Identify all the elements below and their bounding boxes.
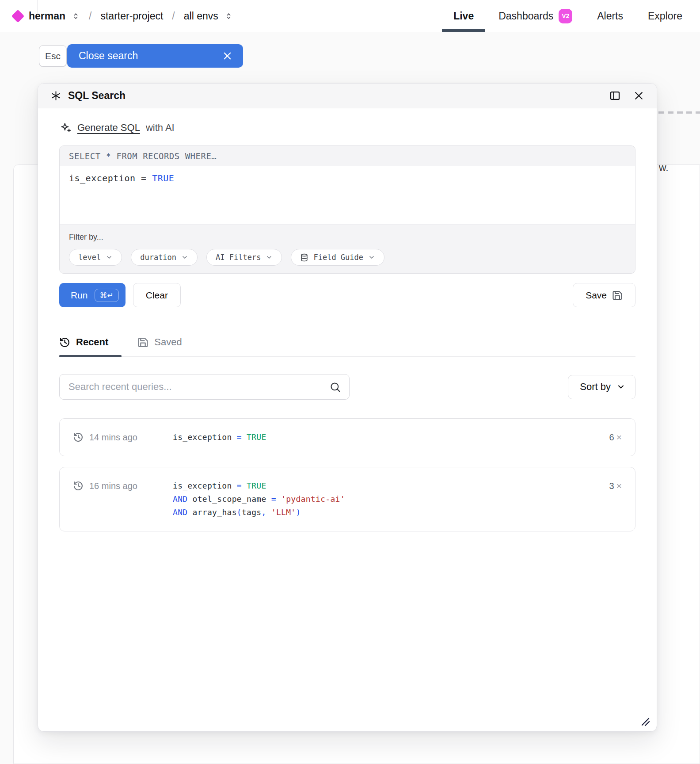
sql-token: ( xyxy=(237,508,242,517)
nav-tab-label: Live xyxy=(453,10,474,22)
filter-chip-row: leveldurationAI FiltersField Guide xyxy=(69,249,626,266)
close-icon xyxy=(222,51,232,61)
sql-token: TRUE xyxy=(247,432,266,442)
modal-close-button[interactable] xyxy=(633,90,644,101)
times-symbol: × xyxy=(616,432,622,443)
org-selector[interactable]: herman xyxy=(29,10,65,22)
sort-by-button[interactable]: Sort by xyxy=(568,375,635,399)
filter-chip-label: level xyxy=(78,253,101,262)
search-recent-queries-input[interactable] xyxy=(59,374,350,400)
filter-chip-label: Field Guide xyxy=(313,253,363,262)
nav-tab-explore[interactable]: Explore xyxy=(648,0,682,32)
sql-search-modal: SQL Search Generate SQL with AI SELECT *… xyxy=(38,83,657,732)
background-clipped-text: w. xyxy=(659,162,669,174)
resize-handle[interactable] xyxy=(640,716,651,727)
sql-token: = xyxy=(237,481,247,490)
filter-chip-ai-filters[interactable]: AI Filters xyxy=(206,249,282,266)
generate-sql-suffix: with AI xyxy=(146,122,175,134)
save-floppy-icon xyxy=(137,337,148,348)
chevron-down-icon xyxy=(368,254,375,261)
sql-token: AND xyxy=(173,508,193,517)
query-run-count: 6× xyxy=(609,431,622,444)
filter-chip-level[interactable]: level xyxy=(69,249,122,266)
generate-sql-row: Generate SQL with AI xyxy=(59,122,635,134)
asterisk-icon xyxy=(50,90,61,101)
close-icon xyxy=(633,90,644,101)
clear-label: Clear xyxy=(146,290,168,301)
count-number: 6 xyxy=(609,432,614,443)
modal-title: SQL Search xyxy=(68,90,126,102)
query-code: is_exception = TRUEAND otel_scope_name =… xyxy=(173,479,345,519)
sql-editor-placeholder: SELECT * FROM RECORDS WHERE… xyxy=(60,146,635,166)
sql-query-text: is_exception = TRUE xyxy=(69,173,174,183)
nav-tab-label: Dashboards xyxy=(498,10,553,22)
filter-chip-field-guide[interactable]: Field Guide xyxy=(291,249,384,266)
sql-token: = xyxy=(237,432,247,442)
sql-query-input[interactable]: is_exception = TRUE xyxy=(60,166,635,224)
sql-token: is_exception = xyxy=(69,173,152,183)
query-code-line: is_exception = TRUE xyxy=(173,431,266,444)
query-timestamp: 16 mins ago xyxy=(89,481,137,491)
query-run-count: 3× xyxy=(609,479,622,493)
history-icon xyxy=(59,337,70,348)
clear-button[interactable]: Clear xyxy=(133,283,181,307)
version-badge: V2 xyxy=(559,9,572,23)
nav-tab-live[interactable]: Live xyxy=(453,0,474,32)
tab-recent[interactable]: Recent xyxy=(59,336,122,356)
save-floppy-icon xyxy=(612,290,623,301)
filter-chip-label: duration xyxy=(140,253,176,262)
top-navigation-bar: herman / starter-project / all envs Live… xyxy=(0,0,700,32)
environment-selector[interactable]: all envs xyxy=(184,10,218,22)
query-timestamp: 14 mins ago xyxy=(89,432,137,443)
query-code-line: AND otel_scope_name = 'pydantic-ai' xyxy=(173,493,345,506)
nav-tab-label: Explore xyxy=(648,10,682,22)
sql-token: AND xyxy=(173,494,193,504)
tab-saved[interactable]: Saved xyxy=(137,336,187,356)
sql-token: is_exception xyxy=(173,481,237,490)
run-label: Run xyxy=(71,290,88,301)
editor-actions: Run ⌘↵ Clear Save xyxy=(59,283,635,307)
sql-token: array_has xyxy=(193,508,237,517)
filter-chip-label: AI Filters xyxy=(216,253,261,262)
save-label: Save xyxy=(586,290,607,301)
dock-panel-button[interactable] xyxy=(609,90,621,102)
sql-token: 'LLM' xyxy=(271,508,296,517)
close-search-label: Close search xyxy=(79,50,138,62)
recent-query-item[interactable]: 14 mins agois_exception = TRUE6× xyxy=(59,418,635,456)
query-code-line: is_exception = TRUE xyxy=(173,479,345,493)
recent-query-item[interactable]: 16 mins agois_exception = TRUEAND otel_s… xyxy=(59,467,635,531)
filter-by-label: Filter by... xyxy=(69,233,626,242)
sql-token: tags xyxy=(242,508,262,517)
modal-header: SQL Search xyxy=(38,84,657,108)
close-search-button[interactable]: Close search xyxy=(67,44,243,68)
tab-recent-label: Recent xyxy=(76,336,108,348)
sql-token: , xyxy=(262,508,271,517)
chevron-down-icon xyxy=(266,254,273,261)
chevron-updown-icon[interactable] xyxy=(224,12,233,20)
save-button[interactable]: Save xyxy=(573,283,635,307)
esc-key-hint: Esc xyxy=(39,45,67,67)
database-icon xyxy=(300,253,308,262)
filter-chip-duration[interactable]: duration xyxy=(131,249,198,266)
run-button[interactable]: Run ⌘↵ xyxy=(59,283,126,307)
sql-token: 'pydantic-ai' xyxy=(281,494,345,504)
chevron-down-icon xyxy=(181,254,188,261)
nav-tab-label: Alerts xyxy=(597,10,623,22)
nav-tab-alerts[interactable]: Alerts xyxy=(597,0,623,32)
logo-diamond-icon xyxy=(11,9,25,23)
generate-sql-link[interactable]: Generate SQL xyxy=(77,122,140,134)
project-link[interactable]: starter-project xyxy=(100,10,163,22)
sort-by-label: Sort by xyxy=(580,381,611,393)
count-number: 3 xyxy=(609,481,614,491)
nav-tab-dashboards[interactable]: DashboardsV2 xyxy=(498,0,572,32)
filter-section: Filter by... leveldurationAI FiltersFiel… xyxy=(60,224,635,273)
chevron-down-icon xyxy=(106,254,113,261)
sql-token: is_exception xyxy=(173,432,237,442)
recent-query-list: 14 mins agois_exception = TRUE6×16 mins … xyxy=(59,418,635,531)
sql-token: ) xyxy=(296,508,301,517)
history-icon xyxy=(73,481,84,491)
query-timestamp-group: 14 mins ago xyxy=(73,431,173,444)
search-icon xyxy=(329,381,341,393)
nav-tabs: LiveDashboardsV2AlertsExplore xyxy=(453,0,682,32)
chevron-updown-icon[interactable] xyxy=(72,12,80,20)
